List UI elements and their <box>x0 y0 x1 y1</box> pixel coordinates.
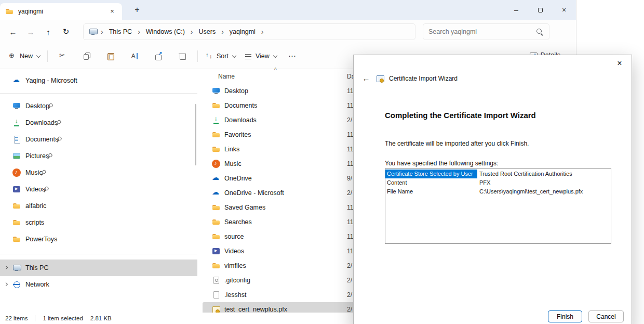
minimize-button[interactable]: – <box>504 0 528 20</box>
window-controls: – × <box>504 0 576 20</box>
dialog-close-button[interactable]: × <box>608 55 632 72</box>
forward-button[interactable]: → <box>22 28 39 36</box>
computer-icon <box>12 264 21 272</box>
search-box[interactable]: Search yaqingmi <box>423 23 549 40</box>
rename-button[interactable] <box>123 48 146 64</box>
cancel-button[interactable]: Cancel <box>588 310 624 322</box>
file-row-links[interactable]: Links11 <box>203 142 379 157</box>
sidebar-item-downloads[interactable]: Downloads <box>0 114 197 131</box>
refresh-button[interactable]: ↻ <box>57 27 75 36</box>
music-icon <box>212 160 220 168</box>
sidebar-item-desktop[interactable]: Desktop <box>0 98 197 114</box>
view-button[interactable]: View <box>240 49 281 63</box>
sidebar-item-network[interactable]: Network <box>0 276 197 293</box>
folder-icon <box>12 235 21 243</box>
file-row-downloads[interactable]: Downloads2/ <box>203 113 379 127</box>
file-name: Music <box>224 160 242 167</box>
maximize-button[interactable] <box>528 0 552 20</box>
file-name: vimfiles <box>224 262 246 269</box>
file-row-videos[interactable]: Videos11 <box>203 244 379 258</box>
settings-row[interactable]: ContentPFX <box>385 178 611 187</box>
selection-size: 2.81 KB <box>90 315 112 321</box>
new-tab-button[interactable]: + <box>131 4 143 16</box>
sort-label: Sort <box>217 53 229 60</box>
sidebar-item-music[interactable]: Music <box>0 164 197 181</box>
folder-icon <box>212 203 220 212</box>
wizard-heading: Completing the Certificate Import Wizard <box>385 111 536 120</box>
column-header-name[interactable]: Name <box>218 73 235 80</box>
file-date: 11 <box>347 87 353 95</box>
file-date: 2/ <box>347 277 352 284</box>
sidebar-item-pictures[interactable]: Pictures <box>0 148 197 164</box>
chevron-down-icon <box>232 53 236 57</box>
breadcrumb-users[interactable]: Users <box>196 27 218 36</box>
settings-row[interactable]: File NameC:\Users\yaqingmi\test_cert_new… <box>385 187 611 196</box>
chevron-right-icon[interactable] <box>4 282 8 286</box>
breadcrumb-yaqingmi[interactable]: yaqingmi <box>227 27 258 36</box>
file-date: 11 <box>347 102 353 109</box>
file-date: 2/ <box>347 306 352 313</box>
copy-button[interactable] <box>75 48 99 64</box>
chevron-down-icon <box>273 53 277 57</box>
sidebar-item-videos[interactable]: Videos <box>0 181 197 198</box>
file-row-source[interactable]: source11 <box>203 229 379 244</box>
tab-yaqingmi[interactable]: yaqingmi × <box>0 3 122 20</box>
file-name: Favorites <box>224 131 251 138</box>
file-row-favorites[interactable]: Favorites11 <box>203 127 379 142</box>
file-row-desktop[interactable]: Desktop11 <box>203 84 379 98</box>
back-button[interactable]: ← <box>4 28 22 36</box>
delete-button[interactable] <box>170 48 194 64</box>
sidebar-item-yaqing-microsoft[interactable]: Yaqing - Microsoft <box>0 72 197 89</box>
onedrive-icon <box>212 189 220 197</box>
paste-button[interactable] <box>99 48 123 64</box>
maximize-icon <box>538 8 543 12</box>
cut-icon <box>59 52 67 60</box>
new-button[interactable]: New <box>4 49 44 63</box>
chevron-right-icon[interactable] <box>4 266 8 269</box>
close-button[interactable]: × <box>552 0 576 20</box>
view-label: View <box>256 53 270 60</box>
file-row-saved-games[interactable]: Saved Games11 <box>203 200 379 215</box>
file-row-vimfiles[interactable]: vimfiles2/ <box>203 258 379 273</box>
tab-close-icon[interactable]: × <box>108 7 117 16</box>
settings-row[interactable]: Certificate Store Selected by UserTruste… <box>385 170 611 178</box>
finish-button[interactable]: Finish <box>548 310 582 322</box>
copy-icon <box>83 52 91 60</box>
file-row-music[interactable]: Music11 <box>203 157 379 171</box>
selection-count: 1 item selected <box>43 315 83 321</box>
sidebar-item-label: aifabric <box>25 202 46 210</box>
file-row-documents[interactable]: Documents11 <box>203 98 379 113</box>
computer-icon <box>89 28 97 36</box>
file-name: OneDrive - Microsoft <box>224 189 284 197</box>
file-row-onedrive[interactable]: OneDrive9/ <box>203 171 379 186</box>
share-button[interactable] <box>146 48 170 64</box>
sidebar-item-scripts[interactable]: scripts <box>0 214 197 231</box>
onedrive-icon <box>12 76 21 85</box>
address-bar[interactable]: ›This PC›Windows (C:)›Users›yaqingmi› <box>83 23 415 40</box>
sidebar-item-this-pc[interactable]: This PC <box>0 260 197 276</box>
sidebar: Yaqing - MicrosoftDesktopDownloadsDocume… <box>0 69 197 313</box>
file-row-gitconfig[interactable]: .gitconfig2/ <box>203 273 379 288</box>
sidebar-item-aifabric[interactable]: aifabric <box>0 198 197 214</box>
dialog-back-button[interactable]: ← <box>361 74 371 83</box>
cut-button[interactable] <box>51 48 75 64</box>
settings-key: Certificate Store Selected by User <box>385 170 477 178</box>
folder-link-icon <box>212 145 220 153</box>
more-options-button[interactable]: ⋯ <box>281 51 304 61</box>
settings-value: Trusted Root Certification Authorities <box>477 170 572 178</box>
up-button[interactable]: ↑ <box>39 28 57 36</box>
desktop-icon <box>12 102 21 110</box>
sidebar-item-powertoys[interactable]: PowerToys <box>0 231 197 248</box>
settings-list[interactable]: Certificate Store Selected by UserTruste… <box>385 168 611 244</box>
file-row-searches[interactable]: Searches11 <box>203 215 379 229</box>
breadcrumb-windows-c[interactable]: Windows (C:) <box>144 27 187 36</box>
file-date: 2/ <box>347 262 352 269</box>
music-icon <box>12 169 21 177</box>
file-row-onedrive-microsoft[interactable]: OneDrive - Microsoft2/ <box>203 186 379 200</box>
breadcrumb-this-pc[interactable]: This PC <box>107 27 134 36</box>
file-row-lesshst[interactable]: .lesshst2/ <box>203 288 379 302</box>
file-date: 11 <box>347 146 353 153</box>
sort-button[interactable]: Sort <box>201 49 240 63</box>
sidebar-item-documents[interactable]: Documents <box>0 131 197 148</box>
sidebar-scrollbar[interactable] <box>195 104 196 165</box>
